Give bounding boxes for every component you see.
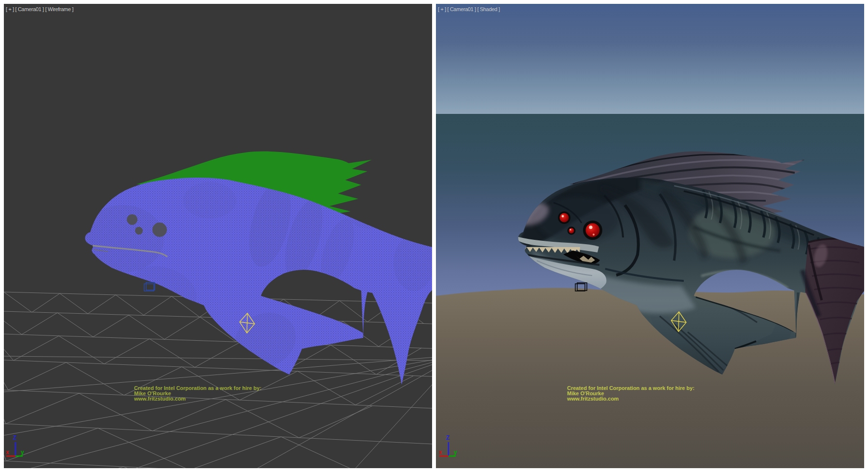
svg-text:y: y — [21, 449, 24, 456]
svg-text:Z: Z — [446, 434, 449, 441]
svg-text:x: x — [6, 449, 9, 456]
svg-text:Z: Z — [13, 434, 16, 441]
svg-text:y: y — [454, 449, 457, 456]
svg-text:x: x — [439, 449, 442, 456]
